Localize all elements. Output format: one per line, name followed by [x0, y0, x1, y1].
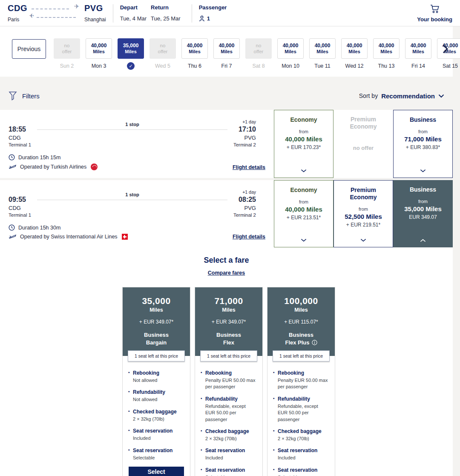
- flight-itinerary: 18:55 CDG Terminal 1 1 stop +1 day 17:10…: [0, 110, 274, 178]
- select-fare-button[interactable]: Select: [129, 467, 184, 476]
- filters-label: Filters: [22, 92, 40, 100]
- plus-one-day-label: +1 day: [242, 189, 256, 196]
- route-summary[interactable]: CDG Paris ✈ ✈ PVG Shanghai: [8, 3, 106, 23]
- compare-fares-link[interactable]: Compare fares: [0, 270, 453, 276]
- search-summary-bar: CDG Paris ✈ ✈ PVG Shanghai Depart Tue, 4…: [0, 0, 460, 26]
- sort-by-label: Sort by: [359, 92, 378, 99]
- outbound-plane-icon: ✈: [74, 3, 79, 9]
- arrival-terminal: Terminal 2: [233, 212, 256, 218]
- departure-time: 09:55: [9, 196, 31, 204]
- date-card-mon-10[interactable]: 40,000Miles Mon 10: [277, 38, 304, 70]
- sort-dropdown[interactable]: Sort by Recommendation: [359, 92, 444, 100]
- depart-summary[interactable]: Depart Tue, 4 Mar: [120, 3, 151, 23]
- your-booking-label: Your booking: [417, 16, 452, 23]
- date-card-tue-4-selected[interactable]: 35,000Miles ✓: [118, 38, 144, 70]
- flight-details-link[interactable]: Flight details: [233, 164, 265, 170]
- date-card-fri-7[interactable]: 40,000Miles Fri 7: [213, 38, 240, 70]
- date-card-thu-6[interactable]: 40,000Miles Thu 6: [181, 38, 208, 70]
- flight-itinerary: 09:55 CDG Terminal 1 1 stop +1 day 08:25…: [0, 180, 274, 247]
- arrival-airport: PVG: [244, 205, 256, 211]
- duration-text: Duration 15h 15m: [18, 155, 60, 161]
- route-graphic: ✈ ✈: [31, 3, 81, 23]
- return-date: Tue, 25 Mar: [151, 15, 181, 22]
- date-card-tue-11[interactable]: 40,000Miles Tue 11: [309, 38, 336, 70]
- chevron-down-icon: [419, 169, 427, 173]
- swiss-airlines-logo: [122, 234, 128, 240]
- date-card-thu-13[interactable]: 40,000Miles Thu 13: [373, 38, 400, 70]
- date-card-sun-2: no offer Sun 2: [54, 38, 80, 70]
- fare-card-business-bargain: 35,000 Miles + EUR 349.07* Business Barg…: [122, 287, 190, 476]
- flight-result-row: 09:55 CDG Terminal 1 1 stop +1 day 08:25…: [0, 180, 453, 247]
- destination-code: PVG: [84, 3, 106, 13]
- divider: [113, 4, 113, 23]
- chevron-down-icon: [300, 169, 308, 173]
- clock-icon: [9, 224, 15, 231]
- date-card-wed-12[interactable]: 40,000Miles Wed 12: [341, 38, 368, 70]
- departure-airport: CDG: [9, 135, 31, 141]
- date-card-sat-8: no offer Sat 8: [245, 38, 272, 70]
- fare-premium-economy[interactable]: Premium Economy from 52,500 Miles + EUR …: [334, 180, 393, 247]
- fare-card-header: 35,000 Miles + EUR 349.07* Business Barg…: [123, 287, 190, 356]
- next-dates-arrow-icon[interactable]: [442, 44, 448, 54]
- info-icon[interactable]: [312, 340, 317, 345]
- arrival-time: 17:10: [239, 126, 256, 133]
- clock-icon: [9, 154, 15, 161]
- fare-business[interactable]: Business from 71,000 Miles + EUR 380.83*: [393, 110, 453, 178]
- depart-date: Tue, 4 Mar: [120, 15, 147, 22]
- fare-features: RebookingNot allowed RefundabilityNot al…: [123, 361, 190, 467]
- fare-economy[interactable]: Economy from 40,000 Miles + EUR 213.51*: [274, 180, 334, 247]
- fare-selection-panel: Select a fare Compare fares 35,000 Miles…: [0, 247, 453, 476]
- arrival-airport: PVG: [244, 135, 256, 141]
- filter-funnel-icon: [9, 91, 17, 100]
- date-card-mon-3[interactable]: 40,000Miles Mon 3: [86, 38, 112, 70]
- filters-button[interactable]: Filters: [9, 91, 40, 100]
- plane-takeoff-icon: [9, 164, 17, 170]
- passenger-label: Passenger: [199, 4, 227, 11]
- passenger-summary[interactable]: Passenger 1: [199, 3, 231, 23]
- seats-left-badge: 1 seat left at this price: [273, 350, 330, 361]
- passenger-count: 1: [207, 15, 210, 22]
- return-plane-icon: ✈: [29, 13, 34, 19]
- arrival-time: 08:25: [239, 196, 256, 204]
- chevron-down-icon: [300, 238, 308, 243]
- passenger-icon: [199, 15, 205, 22]
- departure-terminal: Terminal 1: [9, 212, 31, 218]
- fare-cards: 35,000 Miles + EUR 349.07* Business Barg…: [0, 287, 453, 476]
- origin-city: Paris: [8, 17, 27, 23]
- seats-left-badge: 1 seat left at this price: [128, 350, 185, 361]
- flight-details-link[interactable]: Flight details: [233, 234, 265, 240]
- divider: [192, 4, 192, 23]
- filter-sort-bar: Filters Sort by Recommendation: [0, 77, 453, 110]
- fare-card-business-flex-plus: 100,000 Miles + EUR 115.07* Business Fle…: [267, 287, 335, 476]
- stops-label: 1 stop: [35, 122, 229, 127]
- flight-result-row: 18:55 CDG Terminal 1 1 stop +1 day 17:10…: [0, 110, 453, 178]
- duration-text: Duration 15h 30m: [18, 225, 60, 231]
- select-fare-title: Select a fare: [0, 256, 453, 265]
- origin-code: CDG: [8, 3, 27, 13]
- chevron-down-icon: [438, 94, 444, 98]
- stops-label: 1 stop: [35, 192, 229, 197]
- plus-one-day-label: +1 day: [242, 119, 256, 126]
- selected-date-check-icon: ✓: [127, 62, 135, 70]
- date-cards: no offer Sun 2 40,000Miles Mon 3 35,000M…: [54, 38, 460, 70]
- departure-terminal: Terminal 1: [9, 142, 31, 147]
- flight-path-line: [37, 200, 227, 200]
- departure-airport: CDG: [9, 205, 31, 211]
- fare-business-selected[interactable]: Business from 35,000 Miles EUR 349.07: [393, 180, 453, 247]
- date-card-wed-5: no offer Wed 5: [150, 38, 176, 70]
- seats-left-badge: 1 seat left at this price: [200, 350, 257, 361]
- plane-takeoff-icon: [9, 234, 17, 240]
- destination-city: Shanghai: [84, 17, 106, 23]
- depart-label: Depart: [120, 4, 147, 11]
- your-booking-button[interactable]: Your booking: [417, 3, 452, 23]
- fare-features: RebookingPenalty EUR 50.00 max per passe…: [267, 361, 335, 476]
- previous-dates-button[interactable]: Previous: [12, 39, 46, 59]
- date-card-sat-15[interactable]: 40,000Miles Sat 15: [437, 38, 460, 70]
- chevron-up-icon: [419, 239, 427, 243]
- return-dashed-line: [37, 17, 76, 18]
- date-card-fri-14[interactable]: 40,000Miles Fri 14: [405, 38, 431, 70]
- turkish-airlines-logo: [91, 163, 98, 170]
- operated-by-text: Operated by Swiss International Air Line…: [20, 234, 118, 240]
- return-summary[interactable]: Return Tue, 25 Mar: [151, 3, 185, 23]
- fare-economy[interactable]: Economy from 40,000 Miles + EUR 170.23*: [274, 110, 334, 178]
